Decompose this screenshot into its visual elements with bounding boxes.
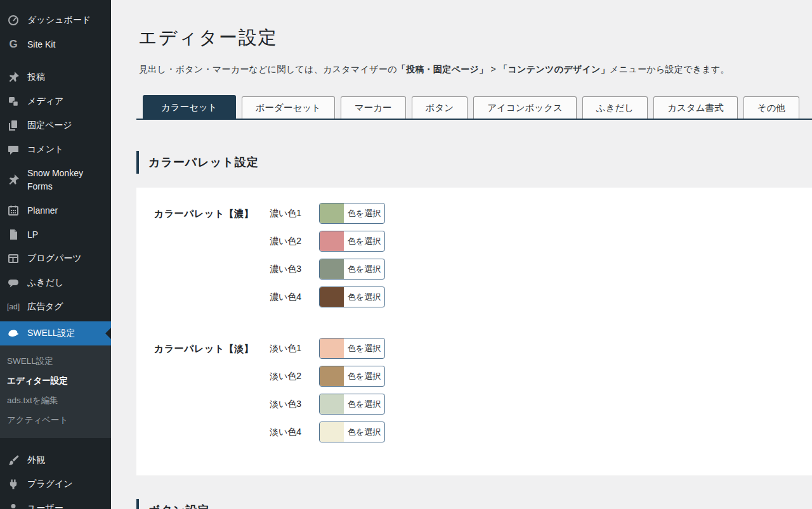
sidebar-item-fukidashi[interactable]: ふきだし: [0, 271, 111, 295]
color-picker-button[interactable]: 色を選択: [319, 203, 385, 224]
sidebar-item-blog-parts[interactable]: ブログパーツ: [0, 247, 111, 271]
submenu-item-editor-settings[interactable]: エディター設定: [0, 371, 111, 390]
palette-row: 濃い色3 色を選択: [270, 259, 385, 280]
sidebar-item-label: Snow Monkey Forms: [27, 167, 97, 193]
dashboard-icon: [7, 14, 20, 27]
description-bold-posts-pages: 「投稿・固定ページ」: [397, 64, 488, 74]
description-text: 見出し・ボタン・マーカーなどに関しては、カスタマイザーの: [139, 64, 397, 74]
sidebar-item-site-kit[interactable]: G Site Kit: [0, 32, 111, 56]
heading-accent-bar: [136, 499, 139, 509]
color-swatch: [320, 366, 344, 386]
sidebar-item-swell-settings[interactable]: SWELL設定: [0, 321, 111, 345]
color-swatch: [320, 422, 344, 442]
sidebar-item-comments[interactable]: コメント: [0, 138, 111, 162]
sidebar-item-ad-tag[interactable]: [ad] 広告タグ: [0, 295, 111, 319]
sidebar-item-label: Planner: [27, 205, 58, 216]
sidebar-item-appearance[interactable]: 外観: [0, 448, 111, 472]
sidebar-item-label: 固定ページ: [27, 120, 72, 131]
tab-other[interactable]: その他: [743, 96, 799, 119]
sidebar-item-label: コメント: [27, 144, 63, 155]
color-swatch: [320, 338, 344, 358]
sidebar-item-snow-monkey-forms[interactable]: Snow Monkey Forms: [0, 162, 111, 198]
palette-row: 淡い色1 色を選択: [270, 338, 385, 359]
sidebar-item-lp[interactable]: LP: [0, 222, 111, 247]
pages-icon: [7, 119, 20, 132]
section-heading-color-palette: カラーパレット設定: [136, 151, 259, 174]
heading-accent-bar: [136, 151, 139, 174]
color-picker-button[interactable]: 色を選択: [319, 422, 385, 442]
palette-row: 淡い色4 色を選択: [270, 422, 385, 442]
color-swatch: [320, 231, 344, 251]
color-palette-card: カラーパレット【濃】 濃い色1 色を選択 濃い色2 色を選択: [136, 188, 812, 475]
sidebar-item-label: LP: [27, 229, 38, 240]
palette-row: 淡い色2 色を選択: [270, 366, 385, 387]
tab-border-set[interactable]: ボーダーセット: [242, 96, 335, 119]
settings-tab-bar: カラーセット ボーダーセット マーカー ボタン アイコンボックス ふきだし カス…: [136, 96, 812, 120]
admin-sidebar: ダッシュボード G Site Kit 投稿 メディア 固定ページ: [0, 0, 111, 509]
color-picker-button[interactable]: 色を選択: [319, 338, 385, 359]
sidebar-item-label: ふきだし: [27, 277, 63, 288]
color-swatch: [320, 259, 344, 279]
palette-row: 濃い色2 色を選択: [270, 231, 385, 252]
sidebar-item-label: 投稿: [27, 72, 45, 83]
calendar-icon: [7, 204, 20, 217]
palette-group-label: カラーパレット【淡】: [154, 338, 270, 442]
color-picker-button[interactable]: 色を選択: [319, 287, 385, 307]
speech-bubble-icon: [7, 276, 20, 289]
description-bold-content-design: 「コンテンツのデザイン」: [499, 64, 610, 74]
palette-row: 淡い色3 色を選択: [270, 394, 385, 415]
color-swatch: [320, 394, 344, 414]
sidebar-item-planner[interactable]: Planner: [0, 198, 111, 222]
color-picker-button[interactable]: 色を選択: [319, 366, 385, 387]
sidebar-item-label: 広告タグ: [27, 301, 63, 312]
sidebar-item-label: 外観: [27, 454, 45, 466]
sidebar-item-posts[interactable]: 投稿: [0, 65, 111, 89]
admin-menu: ダッシュボード G Site Kit 投稿 メディア 固定ページ: [0, 0, 111, 509]
palette-row: 濃い色4 色を選択: [270, 287, 385, 307]
document-icon: [7, 228, 20, 241]
sidebar-item-media[interactable]: メディア: [0, 89, 111, 113]
sidebar-item-label: ダッシュボード: [27, 15, 91, 26]
color-picker-button[interactable]: 色を選択: [319, 231, 385, 252]
sidebar-item-label: プラグイン: [27, 479, 73, 490]
main-content: エディター設定 見出し・ボタン・マーカーなどに関しては、カスタマイザーの「投稿・…: [111, 0, 812, 509]
plug-icon: [7, 478, 20, 491]
sidebar-item-label: メディア: [27, 96, 63, 107]
comment-icon: [7, 143, 20, 156]
section-heading-next: ボタン設定: [136, 499, 209, 509]
submenu-item-ads-txt[interactable]: ads.txtを編集: [0, 390, 111, 410]
page-title: エディター設定: [138, 25, 278, 51]
tab-color-set[interactable]: カラーセット: [143, 95, 236, 119]
layout-grid-icon: [7, 252, 20, 265]
color-picker-button[interactable]: 色を選択: [319, 259, 385, 280]
current-menu-arrow: [105, 328, 111, 339]
sidebar-item-label: ブログパーツ: [27, 253, 82, 264]
sidebar-item-plugins[interactable]: プラグイン: [0, 472, 111, 496]
tab-fukidashi[interactable]: ふきだし: [582, 96, 648, 119]
tab-icon-box[interactable]: アイコンボックス: [473, 96, 577, 119]
palette-row: 濃い色1 色を選択: [270, 203, 385, 224]
paintbrush-icon: [7, 454, 20, 467]
color-swatch: [320, 203, 344, 223]
color-swatch: [320, 287, 344, 307]
whale-icon: [7, 327, 20, 340]
page-description: 見出し・ボタン・マーカーなどに関しては、カスタマイザーの「投稿・固定ページ」 >…: [139, 64, 730, 75]
palette-group-label: カラーパレット【濃】: [154, 203, 270, 307]
color-picker-button[interactable]: 色を選択: [319, 394, 385, 415]
tab-marker[interactable]: マーカー: [341, 96, 406, 119]
sidebar-item-label: Site Kit: [27, 39, 55, 49]
user-icon: [7, 502, 20, 509]
submenu-item-swell-settings[interactable]: SWELL設定: [0, 351, 111, 371]
ad-tag-icon: [ad]: [7, 300, 20, 313]
tab-button[interactable]: ボタン: [412, 96, 468, 119]
sidebar-item-dashboard[interactable]: ダッシュボード: [0, 8, 111, 32]
pin-icon: [7, 174, 20, 186]
sidebar-item-pages[interactable]: 固定ページ: [0, 113, 111, 138]
pin-icon: [7, 71, 20, 84]
sidebar-item-users[interactable]: ユーザー: [0, 496, 111, 509]
tab-custom-format[interactable]: カスタム書式: [653, 96, 737, 119]
submenu-item-activate[interactable]: アクティベート: [0, 410, 111, 430]
swell-submenu: SWELL設定 エディター設定 ads.txtを編集 アクティベート: [0, 345, 111, 438]
description-text: メニューから設定できます。: [610, 64, 730, 74]
palette-group-light: カラーパレット【淡】 淡い色1 色を選択 淡い色2 色を選択: [154, 338, 385, 442]
